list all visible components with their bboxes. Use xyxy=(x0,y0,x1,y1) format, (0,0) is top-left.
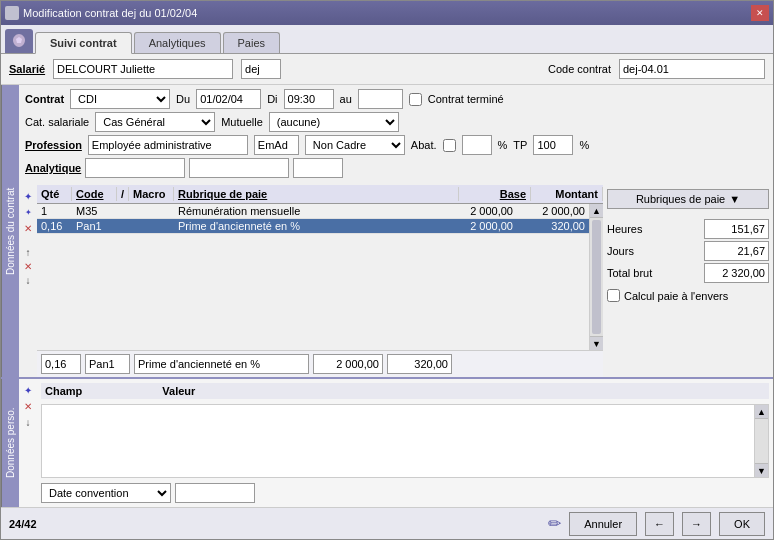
analytique-input2[interactable] xyxy=(189,158,289,178)
total-value[interactable] xyxy=(704,263,769,283)
side-label-perso: Données perso. xyxy=(1,379,19,507)
annuler-button[interactable]: Annuler xyxy=(569,512,637,536)
detail-qte[interactable] xyxy=(41,354,81,374)
abat-checkbox[interactable] xyxy=(443,139,456,152)
perso-down-button[interactable]: ↓ xyxy=(21,415,35,429)
cell-code: Pan1 xyxy=(72,219,117,233)
close-button[interactable]: ✕ xyxy=(751,5,769,21)
salarie-label: Salarié xyxy=(9,63,45,75)
move-del-button[interactable]: ✕ xyxy=(21,259,35,273)
salarie-name-input[interactable] xyxy=(53,59,233,79)
jours-value[interactable] xyxy=(704,241,769,261)
total-label: Total brut xyxy=(607,267,652,279)
heures-label: Heures xyxy=(607,223,642,235)
add-row2-button[interactable]: ✦ xyxy=(21,205,35,219)
perso-scroll-down[interactable]: ▼ xyxy=(755,463,768,477)
move-down-button[interactable]: ↓ xyxy=(21,273,35,287)
form-area: Contrat CDI Du Di au Contrat terminé xyxy=(19,85,773,185)
cell-macro xyxy=(129,225,174,227)
cell-qte: 0,16 xyxy=(37,219,72,233)
table-side-buttons: ✦ ✦ ✕ ↑ ✕ ↓ xyxy=(19,185,37,377)
col-rubrique: Rubrique de paie xyxy=(174,187,459,201)
profession-input[interactable] xyxy=(88,135,248,155)
delete-row-button[interactable]: ✕ xyxy=(21,221,35,235)
next-button[interactable]: → xyxy=(682,512,711,536)
abat-input[interactable] xyxy=(462,135,492,155)
footer: 24/42 ✏ Annuler ← → OK xyxy=(1,507,773,539)
cat-row: Cat. salariale Cas Général Mutuelle (auc… xyxy=(25,112,767,132)
side-label-contrat: Données du contrat xyxy=(1,85,19,377)
cell-rubrique: Prime d'ancienneté en % xyxy=(174,219,445,233)
salarie-code-input[interactable] xyxy=(241,59,281,79)
du-label: Du xyxy=(176,93,190,105)
tp-input[interactable] xyxy=(533,135,573,155)
contract-code-label: Code contrat xyxy=(548,63,611,75)
detail-montant[interactable] xyxy=(387,354,452,374)
emad-input[interactable] xyxy=(254,135,299,155)
table-header: Qté Code / Macro Rubrique de paie Base M… xyxy=(37,185,603,204)
noncadre-select[interactable]: Non Cadre xyxy=(305,135,405,155)
move-up-button[interactable]: ↑ xyxy=(21,245,35,259)
perso-scrollbar: ▲ ▼ xyxy=(754,405,768,477)
calcul-checkbox[interactable] xyxy=(607,289,620,302)
total-row: Total brut xyxy=(607,263,769,283)
table-row[interactable]: 0,16 Pan1 Prime d'ancienneté en % 2 000,… xyxy=(37,219,589,234)
profession-label: Profession xyxy=(25,139,82,151)
jours-label: Jours xyxy=(607,245,634,257)
perso-add-button[interactable]: ✦ xyxy=(21,383,35,397)
di-input[interactable] xyxy=(284,89,334,109)
analytique-input1[interactable] xyxy=(85,158,185,178)
paie-table: Qté Code / Macro Rubrique de paie Base M… xyxy=(37,185,603,377)
ok-button[interactable]: OK xyxy=(719,512,765,536)
tab-paies[interactable]: Paies xyxy=(223,32,281,53)
au-input[interactable] xyxy=(358,89,403,109)
scroll-thumb[interactable] xyxy=(592,220,601,334)
valeur-label: Valeur xyxy=(162,385,195,397)
champ-label: Champ xyxy=(45,385,82,397)
mutuelle-select[interactable]: (aucune) xyxy=(269,112,399,132)
cell-slash xyxy=(117,210,129,212)
prev-button[interactable]: ← xyxy=(645,512,674,536)
heures-value[interactable] xyxy=(704,219,769,239)
col-macro: Macro xyxy=(129,187,174,201)
table-scrollbar[interactable]: ▲ ▼ xyxy=(589,204,603,350)
percent1-label: % xyxy=(498,139,508,151)
cell-qte: 1 xyxy=(37,204,72,218)
col-montant: Montant xyxy=(531,187,603,201)
perso-scroll-up[interactable]: ▲ xyxy=(755,405,768,419)
contrat-type-select[interactable]: CDI xyxy=(70,89,170,109)
perso-delete-button[interactable]: ✕ xyxy=(21,399,35,413)
add-row-button[interactable]: ✦ xyxy=(21,189,35,203)
tp-label: TP xyxy=(513,139,527,151)
cell-montant: 320,00 xyxy=(517,219,589,233)
record-count: 24/42 xyxy=(9,518,37,530)
tab-suivi-contrat[interactable]: Suivi contrat xyxy=(35,32,132,54)
scroll-up-button[interactable]: ▲ xyxy=(590,204,603,218)
detail-code[interactable] xyxy=(85,354,130,374)
detail-base[interactable] xyxy=(313,354,383,374)
cell-macro xyxy=(129,210,174,212)
detail-row xyxy=(37,350,603,377)
chevron-down-icon: ▼ xyxy=(729,193,740,205)
analytique-input3[interactable] xyxy=(293,158,343,178)
tab-analytiques[interactable]: Analytiques xyxy=(134,32,221,53)
du-input[interactable] xyxy=(196,89,261,109)
scroll-down-button[interactable]: ▼ xyxy=(590,336,603,350)
date-conv-value[interactable] xyxy=(175,483,255,503)
contract-code-input[interactable] xyxy=(619,59,765,79)
cell-montant: 2 000,00 xyxy=(517,204,589,218)
au-label: au xyxy=(340,93,352,105)
detail-rubrique[interactable] xyxy=(134,354,309,374)
jours-row: Jours xyxy=(607,241,769,261)
perso-header: Champ Valeur xyxy=(41,383,769,399)
cat-select[interactable]: Cas Général xyxy=(95,112,215,132)
perso-section: Données perso. ✦ ✕ ↓ Champ Valeur ▲ ▼ xyxy=(1,377,773,507)
salarie-bar: Salarié Code contrat xyxy=(1,54,773,85)
tabs-bar: Suivi contrat Analytiques Paies xyxy=(1,25,773,54)
contrat-termine-checkbox[interactable] xyxy=(409,93,422,106)
date-convention-select[interactable]: Date convention xyxy=(41,483,171,503)
rubriques-paie-button[interactable]: Rubriques de paie ▼ xyxy=(607,189,769,209)
tab-icon[interactable] xyxy=(5,29,33,53)
table-row[interactable]: 1 M35 Rémunération mensuelle 2 000,00 2 … xyxy=(37,204,589,219)
cell-base: 2 000,00 xyxy=(445,219,517,233)
